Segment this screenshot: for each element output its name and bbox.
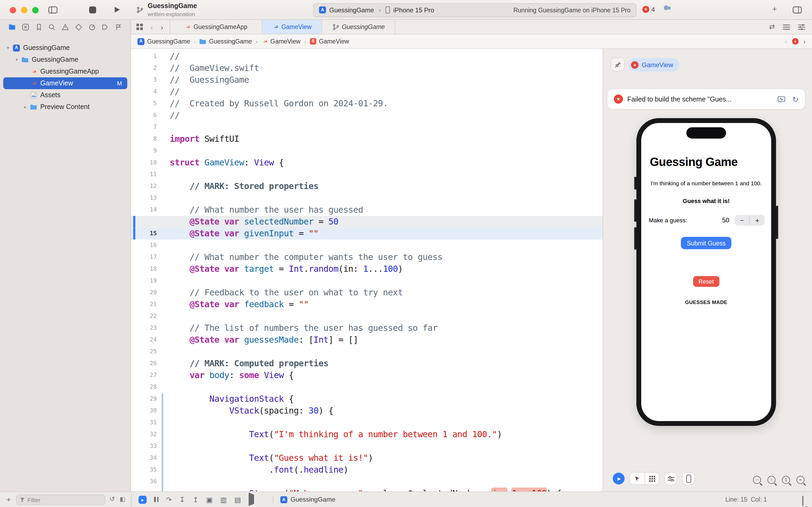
- pin-preview-button[interactable]: [611, 57, 625, 71]
- toggle-left-sidebar-icon[interactable]: [48, 6, 57, 13]
- submit-guess-button[interactable]: Submit Guess: [681, 237, 732, 249]
- code-line[interactable]: 10struct GameView: View {: [131, 157, 602, 169]
- activity-viewer[interactable]: A GuessingGame iPhone 15 Pro Running Gue…: [313, 3, 636, 17]
- code-line[interactable]: 20 // Feedback to the user on what to tr…: [131, 287, 602, 299]
- code-line[interactable]: 13: [131, 192, 602, 204]
- code-line[interactable]: 7: [131, 121, 602, 133]
- code-line[interactable]: 35 .font(.headline): [131, 464, 602, 476]
- source-editor[interactable]: 1//2// GameView.swift3// GuessingGame4//…: [131, 49, 602, 492]
- breadcrumb-item[interactable]: GuessingGame: [199, 38, 252, 45]
- line-list-icon[interactable]: [783, 24, 790, 30]
- disclosure-triangle-icon[interactable]: ▾: [4, 45, 12, 51]
- display-icon[interactable]: [802, 496, 803, 506]
- code-line[interactable]: 32 Text("I'm thinking of a number betwee…: [131, 429, 602, 440]
- disclosure-triangle-icon[interactable]: ▾: [13, 57, 20, 62]
- test-navigator-icon[interactable]: [75, 23, 82, 31]
- adjust-columns-icon[interactable]: [798, 24, 805, 30]
- environment-overrides-icon[interactable]: ▤: [234, 495, 241, 504]
- code-line[interactable]: 28: [131, 381, 602, 393]
- device-bezel-icon[interactable]: [682, 472, 695, 485]
- code-line[interactable]: 11: [131, 169, 602, 180]
- breadcrumb-item[interactable]: AGuessingGame: [137, 38, 190, 45]
- code-line[interactable]: 1//: [131, 51, 602, 62]
- jump-back-icon[interactable]: ‹: [785, 37, 787, 45]
- code-line[interactable]: 12 // MARK: Stored properties: [131, 180, 602, 192]
- code-line[interactable]: 2// GameView.swift: [131, 62, 602, 74]
- code-line[interactable]: Stepper("Make a guess:", value: $selecte…: [131, 488, 602, 492]
- code-line[interactable]: 26 // MARK: Computed properties: [131, 358, 602, 370]
- code-line[interactable]: 19: [131, 275, 602, 287]
- add-item-button[interactable]: +: [6, 495, 11, 504]
- code-line[interactable]: 25: [131, 346, 602, 358]
- pause-icon[interactable]: [154, 497, 159, 502]
- code-line[interactable]: 5// Created by Russell Gordon on 2024-01…: [131, 98, 602, 110]
- breakpoint-navigator-icon[interactable]: [102, 23, 109, 31]
- tab-guessinggame[interactable]: GuessingGame: [322, 20, 395, 34]
- code-line[interactable]: 31: [131, 417, 602, 429]
- report-navigator-icon[interactable]: [115, 23, 122, 31]
- zoom-fit-icon[interactable]: ▫: [767, 476, 775, 484]
- code-line[interactable]: 3// GuessingGame: [131, 74, 602, 86]
- sidebar-item-guessinggame[interactable]: ▾AGuessingGame: [3, 42, 127, 54]
- sidebar-item-guessinggameapp[interactable]: GuessingGameApp: [3, 65, 127, 77]
- stepper-decrement-button[interactable]: −: [735, 215, 750, 226]
- code-line[interactable]: 22: [131, 311, 602, 322]
- code-line[interactable]: 33: [131, 440, 602, 452]
- issue-navigator-icon[interactable]: [62, 23, 69, 31]
- sidebar-item-gameview[interactable]: GameViewM: [3, 77, 127, 89]
- live-preview-icon[interactable]: ▶: [613, 472, 625, 485]
- zoom-out-icon[interactable]: −: [753, 476, 761, 484]
- selectable-mode-icon[interactable]: [630, 472, 644, 485]
- code-line[interactable]: 36: [131, 476, 602, 488]
- stepper-increment-button[interactable]: +: [750, 215, 765, 226]
- disclosure-triangle-icon[interactable]: ▸: [21, 104, 29, 110]
- code-line[interactable]: 27 var body: some View {: [131, 370, 602, 381]
- back-chevron-icon[interactable]: ‹: [151, 23, 153, 31]
- code-line[interactable]: 34 Text("Guess what it is!"): [131, 452, 602, 464]
- view-debugger-icon[interactable]: ▣: [206, 495, 213, 504]
- breadcrumb-item[interactable]: SGameView: [310, 38, 349, 45]
- find-navigator-icon[interactable]: [49, 23, 56, 31]
- code-line[interactable]: 4//: [131, 86, 602, 98]
- code-line[interactable]: @State var selectedNumber = 50: [131, 216, 602, 228]
- run-button[interactable]: [114, 6, 120, 13]
- code-line[interactable]: 23 // The list of numbers the user has g…: [131, 322, 602, 334]
- code-line[interactable]: 18 @State var target = Int.random(in: 1.…: [131, 263, 602, 275]
- sidebar-item-preview-content[interactable]: ▸Preview Content: [3, 101, 127, 113]
- tab-guessinggameapp[interactable]: GuessingGameApp: [170, 20, 262, 34]
- filter-field[interactable]: Filter: [16, 495, 105, 505]
- device-settings-icon[interactable]: [664, 472, 677, 485]
- reset-button[interactable]: Reset: [693, 276, 719, 287]
- code-line[interactable]: 14 // What number the user has guessed: [131, 204, 602, 216]
- sidebar-item-assets[interactable]: Assets: [3, 89, 127, 101]
- code-line[interactable]: 8import SwiftUI: [131, 133, 602, 145]
- forward-chevron-icon[interactable]: ›: [161, 23, 163, 31]
- bookmark-navigator-icon[interactable]: [35, 23, 42, 31]
- zoom-100-icon[interactable]: 1: [782, 476, 790, 484]
- source-control-navigator-icon[interactable]: [22, 23, 29, 31]
- add-editor-button[interactable]: +: [772, 5, 777, 13]
- diagnostics-icon[interactable]: [778, 96, 786, 102]
- code-line[interactable]: 16: [131, 239, 602, 251]
- code-line[interactable]: 15 @State var givenInput = "": [131, 228, 602, 239]
- stop-button[interactable]: [89, 6, 96, 13]
- sidebar-item-guessinggame[interactable]: ▾GuessingGame: [3, 54, 127, 65]
- minimize-window-button[interactable]: [21, 7, 27, 13]
- issues-badge[interactable]: × 4: [642, 6, 655, 13]
- close-window-button[interactable]: [10, 7, 16, 13]
- tab-overview-icon[interactable]: [136, 23, 143, 30]
- zoom-window-button[interactable]: [32, 7, 39, 13]
- preview-tab-pill[interactable]: × GameView: [628, 58, 680, 71]
- code-line[interactable]: 30 VStack(spacing: 30) {: [131, 405, 602, 417]
- code-line[interactable]: 21 @State var feedback = "": [131, 299, 602, 311]
- code-line[interactable]: 9: [131, 145, 602, 157]
- project-navigator-icon[interactable]: [9, 23, 15, 31]
- source-control-filter-icon[interactable]: ◧: [120, 496, 125, 503]
- running-app-chip[interactable]: A GuessingGame: [280, 492, 335, 507]
- step-into-icon[interactable]: ↧: [179, 495, 185, 504]
- variants-mode-icon[interactable]: [644, 472, 659, 485]
- step-out-icon[interactable]: ↥: [193, 495, 199, 504]
- zoom-in-icon[interactable]: +: [797, 476, 805, 484]
- code-line[interactable]: 17 // What number the computer wants the…: [131, 251, 602, 263]
- breadcrumb-item[interactable]: GameView: [261, 38, 300, 45]
